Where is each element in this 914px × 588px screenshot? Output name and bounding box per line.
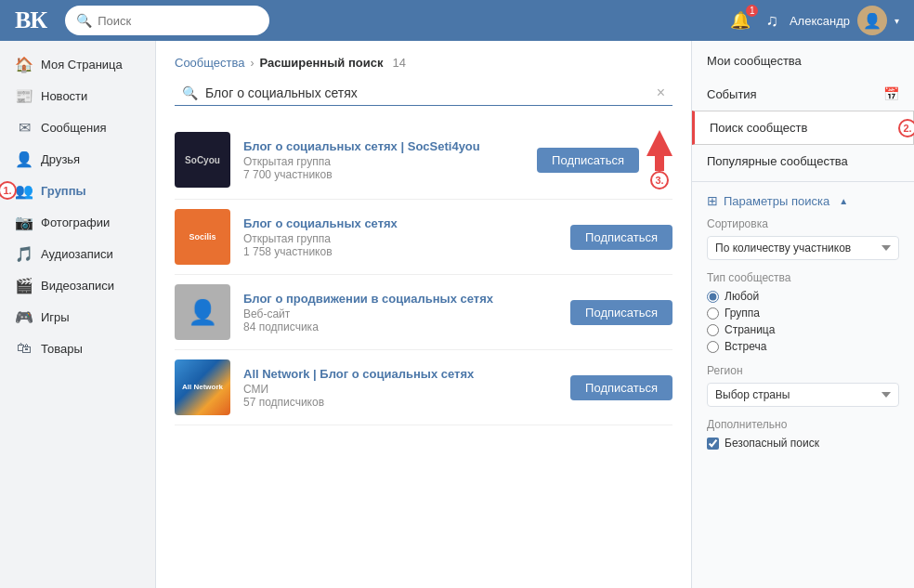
- video-icon: 🎬: [15, 276, 33, 294]
- sidebar-item-goods[interactable]: 🛍 Товары: [0, 333, 155, 364]
- news-icon: 📰: [15, 86, 33, 105]
- region-label: Регион: [707, 364, 899, 377]
- username: Александр: [790, 14, 850, 28]
- search-params: ⊞ Параметры поиска ▲ Сортировка По колич…: [692, 181, 914, 472]
- group-name-3[interactable]: Блог о продвижении в социальных сетях: [243, 292, 557, 306]
- sidebar-label-games: Игры: [41, 310, 70, 324]
- group-name-2[interactable]: Блог о социальных сетях: [243, 216, 557, 230]
- sidebar-item-friends[interactable]: 👤 Друзья: [0, 143, 155, 175]
- goods-icon: 🛍: [15, 339, 33, 358]
- user-menu[interactable]: Александр 👤 ▾: [790, 6, 899, 35]
- type-section: Тип сообщества Любой Группа Страница: [707, 271, 899, 353]
- group-avatar-4: All Network: [175, 359, 230, 415]
- events-label: События: [707, 87, 757, 101]
- type-radio-event[interactable]: Встреча: [707, 340, 899, 353]
- group-search-input[interactable]: [205, 85, 649, 100]
- sidebar-label-goods: Товары: [41, 342, 83, 356]
- group-members-1: 7 700 участников: [243, 168, 524, 181]
- right-menu-my-communities[interactable]: Мои сообщества: [692, 45, 914, 77]
- step3-label: 3.: [650, 171, 669, 189]
- type-radio-page-label: Страница: [725, 323, 775, 336]
- group-search-bar: 🔍 ×: [175, 81, 672, 106]
- right-menu-popular[interactable]: Популярные сообщества: [692, 145, 914, 177]
- sort-select[interactable]: По количеству участников По дате создани…: [707, 236, 899, 260]
- sidebar-label-photos: Фотографии: [41, 216, 110, 229]
- type-radio-page[interactable]: Страница: [707, 323, 899, 336]
- group-members-4: 57 подписчиков: [243, 396, 557, 409]
- photos-icon: 📷: [15, 213, 33, 231]
- group-type-2: Открытая группа: [243, 232, 557, 245]
- group-members-2: 1 758 участников: [243, 245, 557, 258]
- type-radio-group[interactable]: Группа: [707, 307, 899, 320]
- sidebar-item-audio[interactable]: 🎵 Аудиозаписи: [0, 238, 155, 269]
- sidebar-label-messages: Сообщения: [41, 121, 107, 135]
- extra-label: Дополнительно: [707, 418, 899, 431]
- extra-section: Дополнительно Безопасный поиск: [707, 418, 899, 450]
- group-type-4: СМИ: [243, 383, 557, 396]
- group-list: SoCyou Блог о социальных сетях | SocSeti…: [175, 121, 672, 425]
- region-select[interactable]: Выбор страны: [707, 383, 899, 407]
- group-avatar-2: Socilis: [175, 209, 230, 265]
- right-menu-search[interactable]: Поиск сообществ 2.: [692, 111, 914, 145]
- params-chevron-icon: ▲: [839, 196, 848, 206]
- sidebar-label-audio: Аудиозаписи: [41, 247, 113, 261]
- group-members-3: 84 подписчика: [243, 320, 557, 333]
- group-avatar-3: 👤: [175, 284, 230, 340]
- group-item-4: All Network All Network | Блог о социаль…: [175, 350, 672, 425]
- safe-search-item[interactable]: Безопасный поиск: [707, 437, 899, 450]
- search-label: Поиск сообществ: [710, 121, 807, 135]
- breadcrumb-parent[interactable]: Сообщества: [175, 56, 245, 70]
- group-info-1: Блог о социальных сетях | SocSeti4you От…: [243, 139, 524, 181]
- subscribe-button-1[interactable]: Подписаться: [537, 148, 639, 173]
- group-info-3: Блог о продвижении в социальных сетях Ве…: [243, 292, 557, 333]
- chevron-down-icon: ▾: [894, 16, 899, 26]
- step2-annotation: 2.: [898, 119, 914, 137]
- safe-search-checkbox[interactable]: [707, 438, 719, 450]
- group-info-4: All Network | Блог о социальных сетях СМ…: [243, 367, 557, 409]
- sort-label: Сортировка: [707, 217, 899, 230]
- home-icon: 🏠: [15, 55, 33, 73]
- sidebar-label-my-page: Моя Страница: [41, 58, 123, 72]
- type-radio-group: Любой Группа Страница Встреча: [707, 290, 899, 353]
- group-name-4[interactable]: All Network | Блог о социальных сетях: [243, 367, 557, 381]
- notifications-icon[interactable]: 🔔 1: [730, 10, 751, 31]
- vk-logo[interactable]: ВК: [15, 7, 46, 34]
- subscribe-button-3[interactable]: Подписаться: [570, 300, 672, 325]
- sidebar-item-video[interactable]: 🎬 Видеозаписи: [0, 269, 155, 301]
- breadcrumb-separator: ›: [251, 57, 255, 70]
- type-radio-any[interactable]: Любой: [707, 290, 899, 303]
- type-radio-any-input[interactable]: [707, 291, 719, 303]
- games-icon: 🎮: [15, 307, 33, 326]
- main-content: Сообщества › Расширенный поиск 14 🔍 × So…: [156, 41, 691, 588]
- subscribe-button-2[interactable]: Подписаться: [570, 225, 672, 250]
- search-input[interactable]: [98, 14, 258, 28]
- sidebar-item-groups[interactable]: 👥 Группы 1.: [0, 175, 155, 206]
- friends-icon: 👤: [15, 150, 33, 168]
- group-item-2: Socilis Блог о социальных сетях Открытая…: [175, 200, 672, 275]
- search-bar-icon: 🔍: [182, 85, 198, 100]
- type-label: Тип сообщества: [707, 271, 899, 284]
- type-radio-event-input[interactable]: [707, 341, 719, 353]
- messages-icon: ✉: [15, 118, 33, 137]
- sidebar-label-friends: Друзья: [41, 152, 80, 166]
- group-name-1[interactable]: Блог о социальных сетях | SocSeti4you: [243, 139, 524, 153]
- subscribe-button-4[interactable]: Подписаться: [570, 375, 672, 400]
- group-item: SoCyou Блог о социальных сетях | SocSeti…: [175, 121, 672, 200]
- breadcrumb-current: Расширенный поиск: [260, 56, 384, 70]
- music-icon[interactable]: ♫: [765, 11, 778, 31]
- type-radio-page-input[interactable]: [707, 324, 719, 336]
- params-header[interactable]: ⊞ Параметры поиска ▲: [707, 193, 899, 208]
- sidebar-item-messages[interactable]: ✉ Сообщения: [0, 111, 155, 143]
- search-clear-icon[interactable]: ×: [657, 85, 665, 101]
- group-avatar-1: SoCyou: [175, 132, 230, 188]
- sidebar-item-games[interactable]: 🎮 Игры: [0, 301, 155, 333]
- type-radio-event-label: Встреча: [725, 340, 766, 353]
- my-communities-label: Мои сообщества: [707, 54, 802, 68]
- sidebar-item-my-page[interactable]: 🏠 Моя Страница: [0, 48, 155, 80]
- right-menu-events[interactable]: События 📅: [692, 77, 914, 111]
- group-info-2: Блог о социальных сетях Открытая группа …: [243, 216, 557, 258]
- sidebar-item-news[interactable]: 📰 Новости: [0, 80, 155, 111]
- type-radio-group-input[interactable]: [707, 307, 719, 320]
- sidebar-item-photos[interactable]: 📷 Фотографии: [0, 206, 155, 238]
- all-network-text: All Network: [182, 383, 223, 392]
